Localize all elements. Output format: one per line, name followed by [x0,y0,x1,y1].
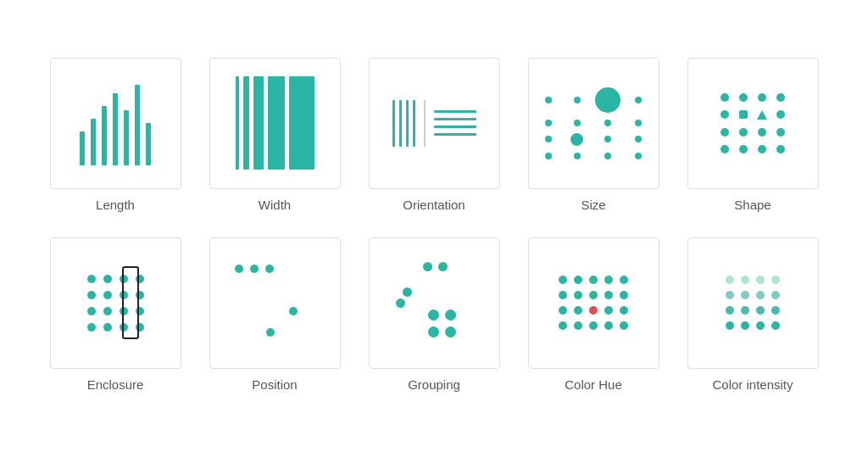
hue-dot [574,306,582,315]
intensity-dot [771,276,780,284]
enclosure-visualization [60,252,170,354]
card-label-width: Width [259,198,291,212]
size-dot [604,153,611,159]
hue-dot [620,306,628,315]
size-dot-large [595,87,620,113]
enclosure-rect [122,266,139,339]
pos-dot [235,265,243,273]
pos-dot [265,265,274,273]
hue-dot [620,291,628,299]
card-label-position: Position [252,377,297,392]
shape-circle [758,128,766,137]
card-colorhue: Color Hue [521,237,665,392]
intensity-dot [726,291,734,299]
orient-hline-2 [434,118,476,120]
length-bar-6 [135,85,140,165]
grouping-visualization [379,252,489,354]
card-label-shape: Shape [734,198,771,212]
intensity-dot [741,276,749,284]
width-visualization [229,76,321,170]
size-dot [635,136,642,142]
card-label-enclosure: Enclosure [87,377,144,392]
card-label-length: Length [96,198,135,212]
width-bar-3 [253,76,264,170]
card-size: Size [521,58,665,212]
size-dot-med [570,133,583,146]
intensity-dot [726,321,734,330]
shape-circle [721,110,729,119]
size-dot [545,153,552,159]
intensity-dot [726,276,734,284]
colorhue-visualization [550,267,637,338]
size-dot [574,97,581,103]
pos-dot-isolated [289,307,298,315]
orient-vline-2 [399,100,402,147]
shape-visualization [711,85,794,162]
size-dot [635,97,642,103]
card-label-colorintensity: Color intensity [712,377,793,392]
intensity-dot [756,321,765,330]
shape-circle [721,145,729,153]
card-box-size [528,58,659,189]
card-orientation: Orientation [362,58,506,212]
card-width: Width [203,58,347,212]
length-bar-4 [113,93,118,165]
card-box-grouping [369,237,500,369]
card-label-orientation: Orientation [403,198,465,212]
intensity-dot [756,291,765,299]
shape-circle [776,128,785,137]
card-box-shape [687,58,819,189]
intensity-dot [771,306,780,315]
group-dot [396,298,405,308]
hue-dot [574,291,582,299]
orient-hline-3 [434,125,476,128]
intensity-dot [741,321,749,330]
hue-dot [604,276,613,284]
group-dot [428,309,439,321]
length-bar-2 [91,119,96,165]
pos-dot-isolated2 [266,328,275,337]
card-label-colorhue: Color Hue [565,377,622,392]
card-box-position [209,237,341,369]
card-box-width [209,58,341,189]
enclosure-dots [79,266,153,340]
width-bar-4 [268,76,285,170]
size-dot [545,120,552,126]
group-dot [445,326,456,337]
hue-dot [574,276,582,284]
card-colorintensity: Color intensity [681,237,825,392]
group-dot [438,262,448,271]
group-dot [403,287,412,297]
hue-dot [604,306,613,315]
group-dot [428,326,439,337]
card-shape: Shape [681,58,825,212]
shape-circle [739,145,748,153]
orient-hline-4 [434,133,476,136]
enc-dot [87,275,96,283]
card-box-length [50,58,181,189]
size-visualization [529,79,659,168]
orient-vline-3 [406,100,409,147]
shape-square [739,110,748,119]
shape-circle [776,110,785,119]
group-dot [423,262,432,271]
hue-dot [559,291,567,299]
shape-circle [758,93,766,102]
orient-vline-4 [413,100,415,147]
size-dot [574,120,581,126]
intensity-dot [756,276,765,284]
orient-vertical-group [392,100,415,147]
card-enclosure: Enclosure [43,237,187,392]
intensity-dot [741,306,749,315]
orient-divider [424,100,426,147]
intensity-dot [771,291,780,299]
size-dot [635,120,642,126]
length-bar-7 [146,123,151,165]
orient-horizontal-group [434,110,476,136]
intensity-dot [756,306,765,315]
group-dot [445,309,456,321]
enc-dot [103,291,112,299]
enc-dot [87,307,96,315]
card-label-grouping: Grouping [408,377,460,392]
size-dot [574,153,581,159]
